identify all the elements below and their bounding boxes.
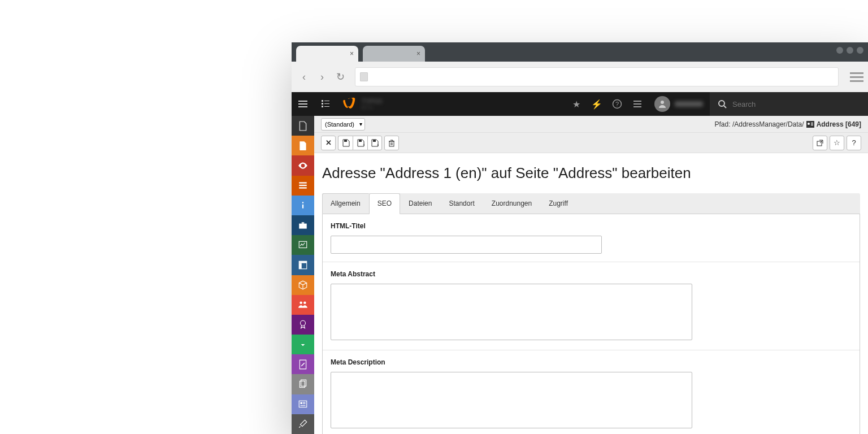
browser-menu-button[interactable] [850, 72, 863, 82]
save-button[interactable] [338, 136, 353, 150]
typo3-logo [339, 95, 357, 113]
language-dropdown[interactable]: (Standard) [321, 118, 365, 131]
address-record-icon [806, 121, 814, 128]
record-label: Address [649] [817, 120, 861, 128]
reload-button[interactable]: ↻ [332, 69, 348, 85]
svg-rect-43 [373, 140, 376, 142]
module-page[interactable] [292, 136, 314, 155]
svg-rect-38 [811, 124, 813, 124]
window-dot[interactable] [857, 47, 863, 54]
svg-text:×: × [377, 143, 379, 147]
svg-rect-1 [324, 101, 329, 101]
path-prefix: Pfad: /AddressManager/Data/ [715, 120, 804, 128]
tab-close-icon[interactable]: × [350, 50, 354, 58]
window-dot[interactable] [836, 47, 843, 54]
svg-rect-39 [811, 125, 813, 125]
svg-rect-3 [324, 103, 329, 104]
svg-text:?: ? [615, 101, 619, 107]
module-template[interactable] [292, 255, 314, 275]
content-main: Adresse "Address 1 (en)" auf Seite "Addr… [314, 153, 868, 434]
module-edit[interactable] [292, 354, 314, 374]
bookmark-button[interactable]: ☆ [830, 136, 844, 150]
svg-rect-16 [299, 188, 307, 189]
help-icon[interactable]: ? [607, 92, 627, 116]
svg-rect-14 [299, 183, 307, 184]
page-heading: Adresse "Address 1 (en)" auf Seite "Addr… [322, 164, 860, 182]
svg-rect-15 [299, 185, 307, 186]
browser-titlebar: × × [292, 42, 868, 62]
svg-point-25 [300, 302, 302, 305]
svg-rect-18 [302, 205, 303, 209]
breadcrumb-path: Pfad: /AddressManager/Data/ Address [649… [715, 120, 861, 128]
close-button[interactable]: ✕ [321, 136, 336, 150]
tab-row: Allgemein SEO Dateien Standort Zuordnung… [322, 193, 860, 214]
form-group-html-title: HTML-Titel [323, 214, 860, 262]
svg-point-27 [301, 321, 306, 326]
svg-rect-45 [389, 141, 394, 146]
browser-toolbar: ‹ › ↻ [292, 62, 868, 92]
form-panel: HTML-Titel Meta Abstract Meta Descriptio… [322, 214, 860, 434]
svg-rect-40 [344, 140, 347, 142]
dropdown-value: (Standard) [325, 121, 354, 128]
module-view[interactable] [292, 155, 314, 175]
module-users[interactable] [292, 295, 314, 315]
module-tool[interactable] [292, 414, 314, 434]
module-info[interactable] [292, 196, 314, 215]
user-menu[interactable] [648, 96, 710, 112]
tab-allgemein[interactable]: Allgemein [322, 193, 369, 214]
list-icon[interactable] [627, 92, 648, 116]
tab-dateien[interactable]: Dateien [400, 193, 440, 214]
back-button[interactable]: ‹ [296, 69, 312, 85]
bookmark-icon[interactable]: ★ [566, 92, 587, 116]
svg-rect-19 [299, 223, 307, 228]
open-new-window-button[interactable] [813, 136, 827, 150]
module-stats[interactable] [292, 235, 314, 255]
tab-seo[interactable]: SEO [369, 193, 400, 214]
module-workspace[interactable] [292, 215, 314, 235]
svg-rect-5 [324, 106, 329, 107]
tab-standort[interactable]: Standort [440, 193, 483, 214]
svg-point-26 [303, 302, 306, 305]
search-input[interactable] [732, 100, 860, 108]
save-close-button[interactable]: × [367, 136, 382, 150]
app-topbar: TYPO3 8.7.x ★ ⚡ ? [292, 92, 868, 116]
module-package[interactable] [292, 275, 314, 295]
module-copy[interactable] [292, 374, 314, 394]
module-menu-toggle[interactable] [292, 92, 314, 116]
html-title-label: HTML-Titel [331, 222, 852, 230]
browser-tab-active[interactable]: × [296, 46, 358, 62]
flash-icon[interactable]: ⚡ [587, 92, 607, 116]
meta-description-textarea[interactable] [331, 372, 692, 428]
svg-rect-31 [301, 402, 302, 404]
url-bar[interactable] [355, 67, 839, 86]
tab-zuordnungen[interactable]: Zuordnungen [483, 193, 540, 214]
module-news[interactable] [292, 394, 314, 414]
svg-rect-23 [299, 261, 307, 263]
module-list[interactable] [292, 176, 314, 196]
browser-tab-inactive[interactable]: × [363, 46, 425, 62]
module-file[interactable] [292, 116, 314, 136]
tab-zugriff[interactable]: Zugriff [540, 193, 576, 214]
tree-toggle-button[interactable] [314, 92, 337, 116]
svg-rect-41 [359, 140, 362, 142]
html-title-input[interactable] [331, 236, 602, 254]
forward-button[interactable]: › [314, 69, 330, 85]
meta-abstract-textarea[interactable] [331, 284, 692, 340]
delete-button[interactable] [384, 136, 399, 150]
document-icon [360, 72, 368, 81]
browser-window: × × ‹ › ↻ TYPO3 [292, 42, 868, 434]
tab-close-icon[interactable]: × [416, 50, 420, 58]
breadcrumb-bar: (Standard) Pfad: /AddressManager/Data/ A… [314, 116, 868, 133]
svg-rect-24 [299, 263, 302, 269]
window-dot[interactable] [847, 47, 853, 54]
help-button[interactable]: ? [847, 136, 861, 150]
svg-rect-0 [322, 100, 323, 102]
svg-rect-2 [322, 103, 323, 105]
meta-abstract-label: Meta Abstract [331, 270, 852, 278]
save-new-button[interactable]: + [353, 136, 367, 150]
module-badge[interactable] [292, 315, 314, 335]
module-download[interactable] [292, 335, 314, 354]
svg-rect-33 [303, 403, 306, 404]
search-field[interactable] [710, 92, 868, 116]
content-area: (Standard) Pfad: /AddressManager/Data/ A… [314, 116, 868, 434]
